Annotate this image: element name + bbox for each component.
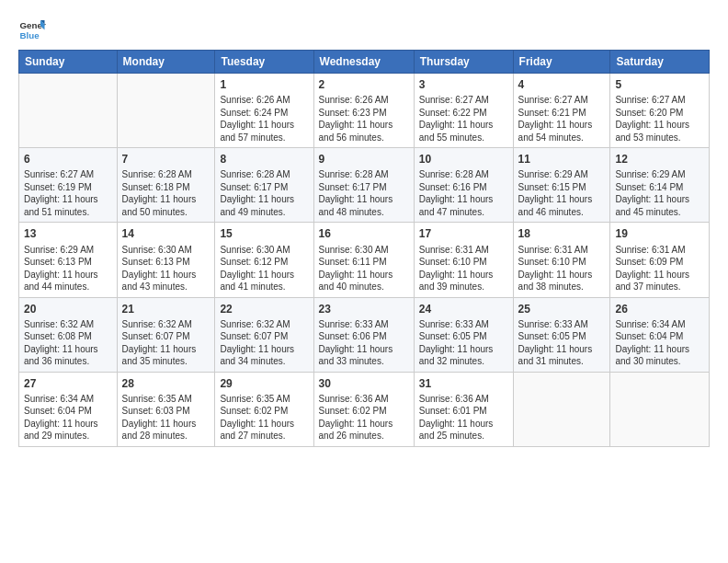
daylight-text: Daylight: 11 hours and 47 minutes. xyxy=(419,193,508,218)
daylight-text: Daylight: 11 hours and 39 minutes. xyxy=(419,269,508,293)
sunset-text: Sunset: 6:16 PM xyxy=(419,181,508,194)
daylight-text: Daylight: 11 hours and 36 minutes. xyxy=(24,343,112,368)
daylight-text: Daylight: 11 hours and 27 minutes. xyxy=(220,418,308,442)
day-number: 20 xyxy=(24,302,112,316)
sunrise-text: Sunrise: 6:32 AM xyxy=(220,318,308,331)
daylight-text: Daylight: 11 hours and 57 minutes. xyxy=(220,119,308,144)
sunset-text: Sunset: 6:21 PM xyxy=(518,107,606,120)
sunset-text: Sunset: 6:08 PM xyxy=(24,330,112,343)
day-number: 29 xyxy=(220,376,308,391)
calendar-cell: 14Sunrise: 6:30 AMSunset: 6:13 PMDayligh… xyxy=(117,223,215,297)
day-number: 23 xyxy=(319,302,409,316)
sunset-text: Sunset: 6:10 PM xyxy=(518,256,606,269)
calendar-cell: 22Sunrise: 6:32 AMSunset: 6:07 PMDayligh… xyxy=(215,297,313,372)
calendar-week-row: 13Sunrise: 6:29 AMSunset: 6:13 PMDayligh… xyxy=(19,223,710,297)
weekday-header: Wednesday xyxy=(313,51,414,74)
sunset-text: Sunset: 6:14 PM xyxy=(615,181,704,194)
weekday-header: Monday xyxy=(117,51,215,74)
sunset-text: Sunset: 6:24 PM xyxy=(220,107,308,120)
day-number: 17 xyxy=(419,226,508,241)
daylight-text: Daylight: 11 hours and 32 minutes. xyxy=(419,343,508,368)
sunrise-text: Sunrise: 6:26 AM xyxy=(220,94,308,107)
daylight-text: Daylight: 11 hours and 33 minutes. xyxy=(319,343,409,368)
sunrise-text: Sunrise: 6:30 AM xyxy=(122,244,210,257)
day-number: 22 xyxy=(220,302,308,316)
day-number: 26 xyxy=(615,302,704,316)
sunrise-text: Sunrise: 6:30 AM xyxy=(319,244,409,257)
day-number: 25 xyxy=(518,302,606,316)
calendar-cell: 11Sunrise: 6:29 AMSunset: 6:15 PMDayligh… xyxy=(513,148,610,223)
calendar-cell: 7Sunrise: 6:28 AMSunset: 6:18 PMDaylight… xyxy=(117,148,215,223)
calendar-cell: 29Sunrise: 6:35 AMSunset: 6:02 PMDayligh… xyxy=(215,372,313,446)
sunset-text: Sunset: 6:02 PM xyxy=(319,405,409,418)
calendar-cell: 12Sunrise: 6:29 AMSunset: 6:14 PMDayligh… xyxy=(610,148,710,223)
sunrise-text: Sunrise: 6:34 AM xyxy=(615,318,704,331)
day-number: 6 xyxy=(24,152,112,167)
calendar-cell: 17Sunrise: 6:31 AMSunset: 6:10 PMDayligh… xyxy=(414,223,513,297)
day-number: 3 xyxy=(419,77,508,92)
sunrise-text: Sunrise: 6:36 AM xyxy=(319,393,409,406)
daylight-text: Daylight: 11 hours and 43 minutes. xyxy=(122,269,210,293)
day-number: 12 xyxy=(615,152,704,167)
sunset-text: Sunset: 6:10 PM xyxy=(419,256,508,269)
sunrise-text: Sunrise: 6:29 AM xyxy=(518,168,606,181)
daylight-text: Daylight: 11 hours and 56 minutes. xyxy=(319,119,409,144)
day-number: 19 xyxy=(615,226,704,241)
calendar-cell: 3Sunrise: 6:27 AMSunset: 6:22 PMDaylight… xyxy=(414,74,513,148)
calendar-cell: 15Sunrise: 6:30 AMSunset: 6:12 PMDayligh… xyxy=(215,223,313,297)
sunset-text: Sunset: 6:01 PM xyxy=(419,405,508,418)
daylight-text: Daylight: 11 hours and 49 minutes. xyxy=(220,193,308,218)
daylight-text: Daylight: 11 hours and 25 minutes. xyxy=(419,418,508,442)
calendar-cell: 24Sunrise: 6:33 AMSunset: 6:05 PMDayligh… xyxy=(414,297,513,372)
sunset-text: Sunset: 6:13 PM xyxy=(122,256,210,269)
calendar-week-row: 20Sunrise: 6:32 AMSunset: 6:08 PMDayligh… xyxy=(19,297,710,372)
day-number: 10 xyxy=(419,152,508,167)
sunrise-text: Sunrise: 6:33 AM xyxy=(518,318,606,331)
sunrise-text: Sunrise: 6:32 AM xyxy=(122,318,210,331)
sunset-text: Sunset: 6:06 PM xyxy=(319,330,409,343)
sunset-text: Sunset: 6:04 PM xyxy=(24,405,112,418)
calendar-week-row: 27Sunrise: 6:34 AMSunset: 6:04 PMDayligh… xyxy=(19,372,710,446)
weekday-header: Sunday xyxy=(19,51,118,74)
day-number: 4 xyxy=(518,77,606,92)
calendar-cell: 18Sunrise: 6:31 AMSunset: 6:10 PMDayligh… xyxy=(513,223,610,297)
sunrise-text: Sunrise: 6:28 AM xyxy=(419,168,508,181)
sunrise-text: Sunrise: 6:29 AM xyxy=(615,168,704,181)
calendar-cell xyxy=(19,74,118,148)
sunrise-text: Sunrise: 6:29 AM xyxy=(24,244,112,257)
day-number: 21 xyxy=(122,302,210,316)
sunset-text: Sunset: 6:23 PM xyxy=(319,107,409,120)
sunrise-text: Sunrise: 6:33 AM xyxy=(419,318,508,331)
weekday-header: Saturday xyxy=(610,51,710,74)
sunrise-text: Sunrise: 6:36 AM xyxy=(419,393,508,406)
calendar-week-row: 6Sunrise: 6:27 AMSunset: 6:19 PMDaylight… xyxy=(19,148,710,223)
calendar-cell: 31Sunrise: 6:36 AMSunset: 6:01 PMDayligh… xyxy=(414,372,513,446)
daylight-text: Daylight: 11 hours and 44 minutes. xyxy=(24,269,112,293)
sunrise-text: Sunrise: 6:27 AM xyxy=(615,94,704,107)
daylight-text: Daylight: 11 hours and 31 minutes. xyxy=(518,343,606,368)
calendar-cell: 20Sunrise: 6:32 AMSunset: 6:08 PMDayligh… xyxy=(19,297,118,372)
sunrise-text: Sunrise: 6:35 AM xyxy=(122,393,210,406)
daylight-text: Daylight: 11 hours and 28 minutes. xyxy=(122,418,210,442)
daylight-text: Daylight: 11 hours and 40 minutes. xyxy=(319,269,409,293)
calendar-cell xyxy=(513,372,610,446)
weekday-header: Tuesday xyxy=(215,51,313,74)
day-number: 7 xyxy=(122,152,210,167)
sunset-text: Sunset: 6:03 PM xyxy=(122,405,210,418)
daylight-text: Daylight: 11 hours and 45 minutes. xyxy=(615,193,704,218)
day-number: 27 xyxy=(24,376,112,391)
calendar-cell: 6Sunrise: 6:27 AMSunset: 6:19 PMDaylight… xyxy=(19,148,118,223)
sunrise-text: Sunrise: 6:27 AM xyxy=(24,168,112,181)
calendar-cell: 2Sunrise: 6:26 AMSunset: 6:23 PMDaylight… xyxy=(313,74,414,148)
day-number: 15 xyxy=(220,226,308,241)
calendar-cell: 26Sunrise: 6:34 AMSunset: 6:04 PMDayligh… xyxy=(610,297,710,372)
daylight-text: Daylight: 11 hours and 53 minutes. xyxy=(615,119,704,144)
daylight-text: Daylight: 11 hours and 55 minutes. xyxy=(419,119,508,144)
sunset-text: Sunset: 6:22 PM xyxy=(419,107,508,120)
sunset-text: Sunset: 6:15 PM xyxy=(518,181,606,194)
daylight-text: Daylight: 11 hours and 50 minutes. xyxy=(122,193,210,218)
sunrise-text: Sunrise: 6:28 AM xyxy=(319,168,409,181)
calendar-cell: 13Sunrise: 6:29 AMSunset: 6:13 PMDayligh… xyxy=(19,223,118,297)
calendar-cell: 4Sunrise: 6:27 AMSunset: 6:21 PMDaylight… xyxy=(513,74,610,148)
sunset-text: Sunset: 6:11 PM xyxy=(319,256,409,269)
